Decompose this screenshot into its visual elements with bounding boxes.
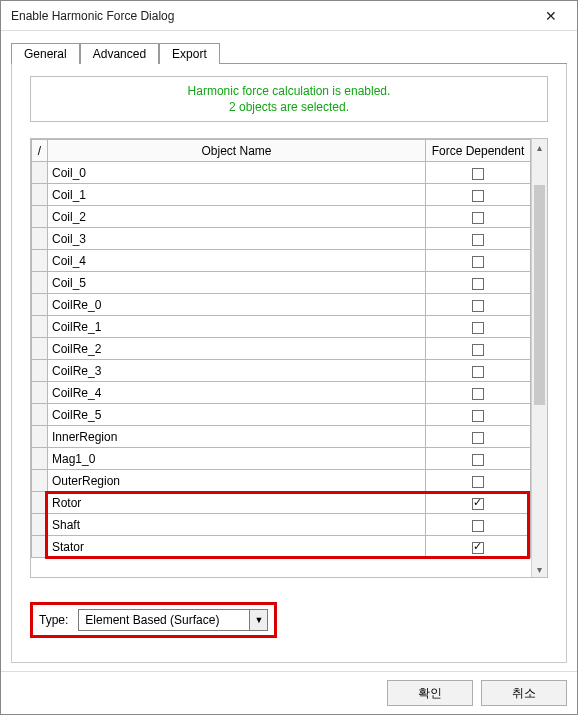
force-dependent-checkbox[interactable] — [472, 432, 484, 444]
tab-export[interactable]: Export — [159, 43, 220, 64]
table-row[interactable]: InnerRegion — [32, 426, 531, 448]
scroll-track[interactable] — [532, 155, 547, 561]
force-dependent-cell[interactable] — [426, 470, 531, 492]
row-header-cell[interactable] — [32, 382, 48, 404]
force-dependent-checkbox[interactable] — [472, 212, 484, 224]
row-header-cell[interactable] — [32, 448, 48, 470]
object-name-cell[interactable]: Coil_3 — [48, 228, 426, 250]
table-row[interactable]: Stator — [32, 536, 531, 558]
row-header-cell[interactable] — [32, 162, 48, 184]
force-dependent-cell[interactable] — [426, 228, 531, 250]
force-dependent-cell[interactable] — [426, 272, 531, 294]
row-header-cell[interactable] — [32, 228, 48, 250]
cancel-button[interactable]: 취소 — [481, 680, 567, 706]
scroll-up-icon[interactable]: ▴ — [532, 139, 547, 155]
table-row[interactable]: Coil_2 — [32, 206, 531, 228]
object-name-cell[interactable]: Shaft — [48, 514, 426, 536]
table-row[interactable]: CoilRe_3 — [32, 360, 531, 382]
object-name-cell[interactable]: CoilRe_1 — [48, 316, 426, 338]
row-header-cell[interactable] — [32, 316, 48, 338]
force-dependent-cell[interactable] — [426, 492, 531, 514]
table-row[interactable]: Coil_5 — [32, 272, 531, 294]
object-name-cell[interactable]: Mag1_0 — [48, 448, 426, 470]
row-header-cell[interactable] — [32, 206, 48, 228]
force-dependent-cell[interactable] — [426, 404, 531, 426]
row-header-cell[interactable] — [32, 272, 48, 294]
tab-advanced[interactable]: Advanced — [80, 43, 159, 64]
object-name-cell[interactable]: CoilRe_2 — [48, 338, 426, 360]
table-row[interactable]: CoilRe_0 — [32, 294, 531, 316]
force-dependent-cell[interactable] — [426, 426, 531, 448]
force-dependent-cell[interactable] — [426, 536, 531, 558]
table-row[interactable]: Shaft — [32, 514, 531, 536]
force-dependent-checkbox[interactable] — [472, 366, 484, 378]
table-row[interactable]: CoilRe_4 — [32, 382, 531, 404]
row-header-cell[interactable] — [32, 338, 48, 360]
force-dependent-checkbox[interactable] — [472, 520, 484, 532]
table-row[interactable]: Rotor — [32, 492, 531, 514]
object-name-cell[interactable]: Coil_0 — [48, 162, 426, 184]
object-name-cell[interactable]: CoilRe_0 — [48, 294, 426, 316]
row-header-cell[interactable] — [32, 360, 48, 382]
vertical-scrollbar[interactable]: ▴ ▾ — [531, 139, 547, 577]
force-dependent-cell[interactable] — [426, 162, 531, 184]
force-dependent-checkbox[interactable] — [472, 344, 484, 356]
table-row[interactable]: Coil_4 — [32, 250, 531, 272]
force-dependent-checkbox[interactable] — [472, 190, 484, 202]
force-dependent-cell[interactable] — [426, 294, 531, 316]
force-dependent-cell[interactable] — [426, 338, 531, 360]
type-select[interactable]: Element Based (Surface) ▼ — [78, 609, 268, 631]
object-name-cell[interactable]: InnerRegion — [48, 426, 426, 448]
object-name-cell[interactable]: Coil_1 — [48, 184, 426, 206]
force-dependent-cell[interactable] — [426, 514, 531, 536]
scroll-thumb[interactable] — [534, 185, 545, 405]
force-dependent-checkbox[interactable] — [472, 322, 484, 334]
table-row[interactable]: CoilRe_2 — [32, 338, 531, 360]
table-row[interactable]: CoilRe_5 — [32, 404, 531, 426]
object-name-cell[interactable]: CoilRe_4 — [48, 382, 426, 404]
force-dependent-cell[interactable] — [426, 360, 531, 382]
force-dependent-cell[interactable] — [426, 206, 531, 228]
force-dependent-checkbox[interactable] — [472, 498, 484, 510]
table-row[interactable]: CoilRe_1 — [32, 316, 531, 338]
row-header-cell[interactable] — [32, 470, 48, 492]
force-dependent-checkbox[interactable] — [472, 168, 484, 180]
force-dependent-cell[interactable] — [426, 448, 531, 470]
table-row[interactable]: Coil_1 — [32, 184, 531, 206]
chevron-down-icon[interactable]: ▼ — [249, 610, 267, 630]
force-dependent-checkbox[interactable] — [472, 256, 484, 268]
row-header-cell[interactable] — [32, 492, 48, 514]
object-name-cell[interactable]: Coil_5 — [48, 272, 426, 294]
table-row[interactable]: Coil_0 — [32, 162, 531, 184]
row-header-cell[interactable] — [32, 514, 48, 536]
row-header-cell[interactable] — [32, 294, 48, 316]
object-name-cell[interactable]: Coil_4 — [48, 250, 426, 272]
row-header-cell[interactable] — [32, 404, 48, 426]
table-row[interactable]: Mag1_0 — [32, 448, 531, 470]
row-header-cell[interactable] — [32, 426, 48, 448]
force-dependent-checkbox[interactable] — [472, 542, 484, 554]
force-dependent-cell[interactable] — [426, 316, 531, 338]
object-name-cell[interactable]: Stator — [48, 536, 426, 558]
table-header-object[interactable]: Object Name — [48, 140, 426, 162]
force-dependent-checkbox[interactable] — [472, 234, 484, 246]
force-dependent-checkbox[interactable] — [472, 454, 484, 466]
table-row[interactable]: Coil_3 — [32, 228, 531, 250]
force-dependent-cell[interactable] — [426, 382, 531, 404]
force-dependent-cell[interactable] — [426, 184, 531, 206]
object-name-cell[interactable]: Rotor — [48, 492, 426, 514]
force-dependent-checkbox[interactable] — [472, 476, 484, 488]
row-header-cell[interactable] — [32, 536, 48, 558]
force-dependent-checkbox[interactable] — [472, 388, 484, 400]
table-header-dependent[interactable]: Force Dependent — [426, 140, 531, 162]
table-header-corner[interactable]: / — [32, 140, 48, 162]
object-name-cell[interactable]: OuterRegion — [48, 470, 426, 492]
row-header-cell[interactable] — [32, 184, 48, 206]
object-name-cell[interactable]: Coil_2 — [48, 206, 426, 228]
ok-button[interactable]: 확인 — [387, 680, 473, 706]
object-name-cell[interactable]: CoilRe_3 — [48, 360, 426, 382]
table-row[interactable]: OuterRegion — [32, 470, 531, 492]
force-dependent-checkbox[interactable] — [472, 300, 484, 312]
force-dependent-checkbox[interactable] — [472, 278, 484, 290]
tab-general[interactable]: General — [11, 43, 80, 64]
